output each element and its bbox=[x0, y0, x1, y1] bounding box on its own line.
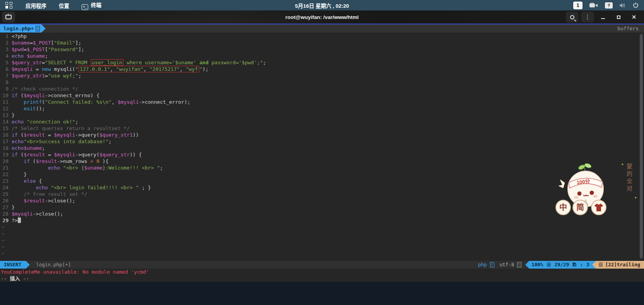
code-area[interactable]: 1<?php2$uname=$_POST["Email"];3$pwd=$_PO… bbox=[0, 33, 644, 261]
line-number: 17 bbox=[0, 138, 9, 145]
maximize-button[interactable] bbox=[612, 12, 625, 22]
line-number: 25 bbox=[0, 191, 9, 197]
code-line[interactable]: 29?> bbox=[0, 217, 644, 224]
vim-tabline: login.php+ E60B buffers bbox=[0, 24, 644, 33]
line-number: 6 bbox=[0, 66, 9, 72]
line-number: 28 bbox=[0, 211, 9, 217]
code-line[interactable]: 7$query_str1="use wyf;"; bbox=[0, 72, 644, 79]
maximize-icon bbox=[617, 15, 620, 19]
ime-badge-简[interactable]: 简 bbox=[572, 200, 588, 215]
column-number: 3 bbox=[586, 261, 589, 269]
code-line[interactable]: 5$query_str="SELECT * FROM user_login wh… bbox=[0, 59, 644, 66]
code-line[interactable]: 4echo $uname; bbox=[0, 53, 644, 59]
minimize-icon bbox=[601, 18, 605, 19]
ycm-error-message: YouCompleteMe unavailable: No module nam… bbox=[0, 269, 644, 275]
search-button[interactable] bbox=[566, 12, 578, 22]
code-line[interactable]: 17echo"<br>Success into database!"; bbox=[0, 138, 644, 145]
power-icon[interactable] bbox=[633, 2, 639, 8]
code-line[interactable]: 14echo "connection ok!"; bbox=[0, 118, 644, 125]
code-line[interactable]: 21 echo "<br> {$uname}:Welcome!!! <br> "… bbox=[0, 164, 644, 171]
top-panel: 应用程序 位置 >_终端 5月16日 星期六 , 02:20 1 ? bbox=[0, 0, 644, 10]
screencast-icon[interactable] bbox=[589, 3, 598, 8]
ime-skin-button[interactable] bbox=[591, 200, 606, 215]
scroll-percent: 100% bbox=[531, 261, 543, 269]
line-number: 11 bbox=[0, 99, 9, 105]
code-line[interactable]: 19if ($result = $mysqli->query($query_st… bbox=[0, 151, 644, 158]
sparkle-icon: ✦ bbox=[621, 163, 624, 166]
line-number: 26 bbox=[0, 197, 9, 204]
code-line[interactable]: 1<?php bbox=[0, 33, 644, 39]
code-line[interactable]: 22 } bbox=[0, 171, 644, 178]
terminal-icon: >_ bbox=[82, 4, 88, 10]
code-line[interactable]: 3$pwd=$_POST["Password"]; bbox=[0, 46, 644, 53]
powerline-arrow bbox=[26, 261, 30, 269]
code-line[interactable]: 24 echo "<br> login failed!!!! <br> " ; … bbox=[0, 184, 644, 191]
close-button[interactable]: ✕ bbox=[628, 12, 640, 22]
window-title: root@wuyifan: /var/www/html bbox=[0, 14, 644, 20]
workspace-indicator[interactable]: 1 bbox=[573, 2, 583, 9]
code-line[interactable]: 25 /* free result set */ bbox=[0, 191, 644, 197]
line-number: 19 bbox=[0, 151, 9, 158]
code-line[interactable]: 15/* Select queries return a resultset *… bbox=[0, 125, 644, 132]
code-line[interactable]: 16if ($result = $mysqli->query($query_st… bbox=[0, 132, 644, 138]
volume-icon[interactable] bbox=[620, 3, 626, 8]
vim-editor: login.php+ E60B buffers 1<?php2$uname=$_… bbox=[0, 24, 644, 282]
code-lines: 1<?php2$uname=$_POST["Email"];3$pwd=$_PO… bbox=[0, 33, 644, 224]
code-line[interactable]: 13} bbox=[0, 112, 644, 118]
apps-grid-icon[interactable] bbox=[5, 2, 13, 9]
code-line[interactable]: 28$mysqli->close(); bbox=[0, 211, 644, 217]
line-number: 15 bbox=[0, 125, 9, 132]
code-line[interactable]: 23 else { bbox=[0, 178, 644, 184]
insert-mode-message: -- 插入 -- bbox=[0, 275, 644, 282]
code-line[interactable]: 11 printf("Connect failed: %s\n", $mysql… bbox=[0, 99, 644, 105]
minimize-button[interactable] bbox=[597, 12, 609, 22]
code-line[interactable]: 26 $result->close(); bbox=[0, 197, 644, 204]
ime-badge-中[interactable]: 中 bbox=[555, 200, 571, 215]
line-number: 27 bbox=[0, 204, 9, 211]
powerline-arrow bbox=[525, 261, 529, 269]
line-number: 2 bbox=[0, 39, 9, 46]
menu-applications[interactable]: 应用程序 bbox=[20, 0, 52, 11]
code-line[interactable]: 27} bbox=[0, 204, 644, 211]
search-icon bbox=[570, 15, 574, 19]
code-line[interactable]: 2$uname=$_POST["Email"]; bbox=[0, 39, 644, 46]
new-tab-icon bbox=[5, 15, 12, 19]
line-number: 21 bbox=[0, 164, 9, 171]
line-number: 16 bbox=[0, 132, 9, 138]
code-line[interactable]: 6$mysqli = new mysqli("127.0.0.1", "wuyi… bbox=[0, 66, 644, 72]
line-number: 18 bbox=[0, 145, 9, 151]
scrollbar[interactable] bbox=[640, 34, 643, 259]
encoding-glyph-box: E712 bbox=[517, 262, 521, 267]
line-number: 20 bbox=[0, 158, 9, 164]
hamburger-menu-button[interactable]: ⋮ bbox=[581, 12, 594, 22]
filetype-glyph-box: E621 bbox=[490, 262, 494, 267]
code-line[interactable]: 9/* check connection */ bbox=[0, 86, 644, 92]
menu-terminal[interactable]: >_终端 bbox=[76, 0, 107, 12]
empty-tildes: ~~~~~ bbox=[2, 224, 5, 257]
menu-places[interactable]: 位置 bbox=[53, 0, 75, 11]
powerline-arrow bbox=[592, 261, 596, 269]
filetype-label: php bbox=[478, 261, 487, 269]
position-segment: 100% ☰ 29/29 ℔ : 3 bbox=[529, 261, 592, 269]
lnum-symbol: ℔ bbox=[572, 261, 576, 269]
filetype-glyph-box: E60B bbox=[36, 26, 40, 31]
line-number: 1 bbox=[0, 33, 9, 39]
code-line[interactable]: 12 exit(); bbox=[0, 105, 644, 112]
code-line[interactable]: 8 bbox=[0, 79, 644, 86]
code-line[interactable]: 20 if ($result->num_rows > 0 ){ bbox=[0, 158, 644, 164]
code-line[interactable]: 10if ($mysqli->connect_errno) { bbox=[0, 92, 644, 99]
line-number: 3 bbox=[0, 46, 9, 53]
new-tab-button[interactable] bbox=[2, 12, 15, 22]
line-number: 7 bbox=[0, 72, 9, 79]
code-line[interactable]: 18echo$uname; bbox=[0, 145, 644, 151]
keyboard-layout-indicator[interactable]: ? bbox=[605, 2, 613, 9]
line-number: 4 bbox=[0, 53, 9, 59]
vim-cursor bbox=[18, 218, 21, 223]
whitespace-warning-segment: ☲ [22]trailing bbox=[596, 261, 644, 269]
statusline-filename: login.php[+] bbox=[36, 261, 71, 269]
line-number: 29 bbox=[0, 217, 9, 224]
line-number: 9 bbox=[0, 86, 9, 92]
kebab-menu-icon: ⋮ bbox=[585, 15, 591, 19]
tab-powerline-arrow bbox=[41, 24, 46, 33]
buffer-tab-login-php[interactable]: login.php+ E60B bbox=[0, 24, 41, 33]
